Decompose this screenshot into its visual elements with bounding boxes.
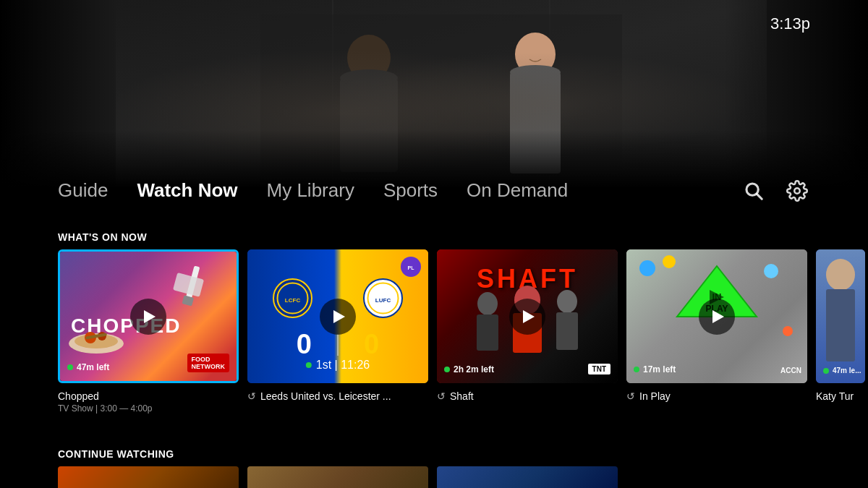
- play-button-chopped[interactable]: [130, 299, 166, 335]
- play-button-inplay[interactable]: [699, 299, 735, 335]
- ball-blue: [639, 260, 655, 276]
- ball-orange: [783, 326, 793, 336]
- svg-point-32: [557, 290, 577, 313]
- score-right: 0: [364, 329, 379, 360]
- live-dot-katy: [823, 368, 829, 374]
- continue-card-3[interactable]: [437, 466, 618, 488]
- svg-rect-33: [556, 312, 578, 350]
- continue-card-2[interactable]: [247, 466, 428, 488]
- card-soccer[interactable]: PL LCFC LUFC 0: [247, 249, 428, 383]
- svg-rect-16: [173, 273, 204, 297]
- svg-point-38: [826, 259, 855, 291]
- premier-league-badge: PL: [401, 257, 421, 277]
- card-katy-tur[interactable]: 47m le...: [816, 249, 865, 383]
- tnt-badge: TNT: [588, 364, 610, 374]
- svg-point-7: [340, 69, 398, 87]
- settings-button[interactable]: [784, 178, 810, 204]
- svg-text:PL: PL: [408, 265, 415, 270]
- nav-item-watch-now[interactable]: Watch Now: [137, 174, 237, 207]
- nav-item-sports[interactable]: Sports: [383, 174, 438, 207]
- leicester-badge: LCFC: [273, 278, 312, 318]
- whats-on-now-title: WHAT'S ON NOW: [58, 231, 147, 243]
- svg-line-12: [757, 194, 762, 199]
- card-title-katy: Katy Tur: [816, 390, 865, 402]
- card-info-inplay: ↺ In Play: [626, 390, 807, 414]
- card-inplay[interactable]: IN PLAY 17m left ACCN: [626, 249, 807, 383]
- repeat-icon-shaft: ↺: [437, 390, 446, 402]
- nav-icons-container: [741, 178, 810, 204]
- card-info-leeds: ↺ Leeds United vs. Leicester ...: [247, 390, 428, 414]
- card-title-shaft: ↺ Shaft: [437, 390, 618, 402]
- svg-text:LUFC: LUFC: [375, 297, 391, 304]
- live-dot-inplay: [634, 367, 639, 372]
- play-button-soccer[interactable]: [320, 299, 356, 335]
- clock-display: 3:13p: [770, 14, 810, 33]
- nav-items-container: Guide Watch Now My Library Sports On Dem…: [58, 174, 741, 207]
- svg-point-5: [347, 35, 391, 81]
- svg-rect-31: [477, 314, 498, 351]
- continue-card-1[interactable]: [58, 466, 239, 488]
- main-navigation: Guide Watch Now My Library Sports On Dem…: [0, 174, 868, 207]
- svg-point-8: [515, 33, 556, 76]
- match-time-badge: 1st | 11:26: [306, 359, 370, 372]
- hero-background: [0, 0, 868, 188]
- time-badge-katy: 47m le...: [823, 367, 861, 374]
- time-badge-chopped: 47m left: [67, 362, 109, 372]
- live-dot-chopped: [67, 364, 73, 370]
- card-title-inplay: ↺ In Play: [626, 390, 807, 402]
- svg-rect-15: [182, 295, 195, 306]
- svg-point-13: [794, 188, 800, 194]
- svg-rect-39: [826, 289, 855, 361]
- card-title-leeds: ↺ Leeds United vs. Leicester ...: [247, 390, 428, 402]
- card-katy-bg: [816, 249, 865, 383]
- repeat-icon-leeds: ↺: [247, 390, 256, 402]
- whats-on-now-cards: 47m left foodnetwork PL LCFC: [58, 249, 865, 383]
- nav-item-my-library[interactable]: My Library: [267, 174, 354, 207]
- continue-watching-title: CONTINUE WATCHING: [58, 448, 174, 460]
- card-info-shaft: ↺ Shaft: [437, 390, 618, 414]
- card-title-chopped: Chopped: [58, 390, 239, 402]
- cards-info-row: Chopped TV Show | 3:00 — 4:00p ↺ Leeds U…: [58, 390, 865, 414]
- ball-lightblue: [764, 264, 778, 278]
- card-info-katy: Katy Tur: [816, 390, 865, 414]
- card-chopped[interactable]: 47m left foodnetwork: [58, 249, 239, 383]
- score-left: 0: [297, 329, 312, 360]
- nav-item-on-demand[interactable]: On Demand: [467, 174, 568, 207]
- live-dot-shaft: [444, 367, 450, 372]
- repeat-icon-inplay: ↺: [626, 390, 635, 402]
- time-badge-inplay: 17m left: [634, 364, 676, 374]
- svg-point-30: [477, 292, 498, 315]
- nav-item-guide[interactable]: Guide: [58, 174, 108, 207]
- food-network-badge: foodnetwork: [187, 354, 230, 372]
- accn-badge: ACCN: [780, 367, 801, 374]
- card-info-chopped: Chopped TV Show | 3:00 — 4:00p: [58, 390, 239, 414]
- card-subtitle-chopped: TV Show | 3:00 — 4:00p: [58, 403, 239, 414]
- card-shaft[interactable]: SHAFT 2h 2m left TNT: [437, 249, 618, 383]
- score-divider: [337, 334, 339, 356]
- svg-point-10: [510, 65, 561, 80]
- time-text: 3:13p: [770, 14, 810, 33]
- live-dot-soccer: [306, 362, 312, 368]
- match-time-text: 1st | 11:26: [316, 359, 370, 372]
- search-button[interactable]: [741, 178, 767, 204]
- play-button-shaft[interactable]: [509, 299, 545, 335]
- time-badge-shaft: 2h 2m left: [444, 364, 494, 374]
- continue-watching-cards: [58, 466, 618, 488]
- leeds-badge: LUFC: [363, 278, 403, 318]
- svg-text:LCFC: LCFC: [285, 297, 301, 304]
